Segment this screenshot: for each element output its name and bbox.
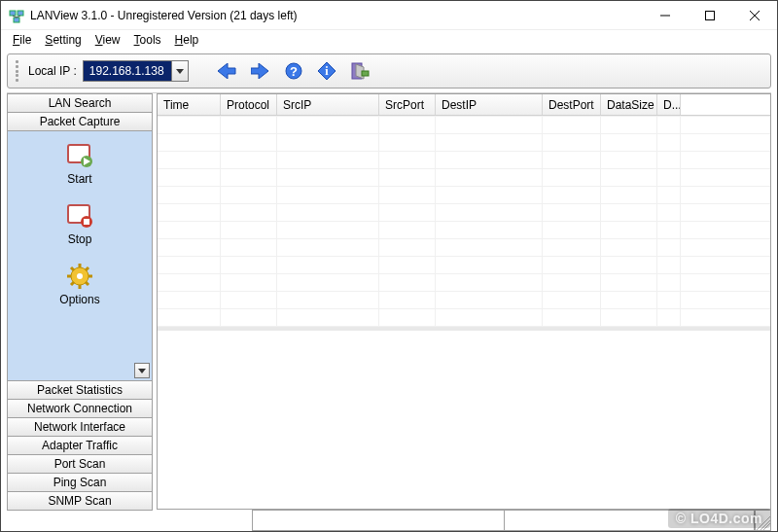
maximize-button[interactable]	[688, 1, 732, 30]
status-cell-2	[252, 510, 505, 531]
column-header[interactable]: D...	[657, 94, 681, 115]
start-button[interactable]: Start	[63, 141, 96, 186]
sidebar-item-lan-search[interactable]: LAN Search	[7, 93, 153, 113]
toolbar-grip[interactable]	[16, 60, 20, 82]
local-ip-label: Local IP :	[28, 64, 77, 78]
svg-line-33	[71, 282, 74, 285]
svg-marker-35	[138, 369, 146, 373]
detail-pane[interactable]	[158, 327, 770, 509]
toolbar: Local IP : 192.168.1.138 ? i	[7, 53, 771, 89]
packet-capture-panel: Start Stop Options	[7, 130, 153, 381]
svg-text:?: ?	[290, 64, 298, 79]
sidebar-item-network-connection[interactable]: Network Connection	[7, 399, 153, 418]
menu-view[interactable]: View	[89, 32, 126, 48]
sidebar: LAN Search Packet Capture Start Stop Opt…	[7, 93, 153, 510]
svg-rect-2	[14, 18, 19, 22]
exit-button[interactable]	[346, 57, 373, 85]
stop-label: Stop	[68, 232, 92, 246]
column-header[interactable]: Time	[158, 94, 221, 115]
panel-dropdown-button[interactable]	[134, 363, 150, 378]
status-cell-1	[7, 510, 253, 531]
help-button[interactable]: ?	[280, 57, 307, 85]
stop-icon	[63, 201, 96, 231]
options-icon	[63, 262, 96, 291]
svg-line-30	[71, 267, 74, 270]
svg-rect-18	[362, 71, 369, 76]
sidebar-item-adapter-traffic[interactable]: Adapter Traffic	[7, 436, 153, 455]
column-header[interactable]: DestIP	[436, 94, 543, 115]
svg-marker-9	[176, 69, 184, 74]
column-header[interactable]: SrcIP	[277, 94, 379, 115]
column-header[interactable]: SrcPort	[379, 94, 436, 115]
svg-rect-0	[10, 11, 16, 16]
local-ip-value: 192.168.1.138	[84, 61, 171, 81]
minimize-button[interactable]	[643, 1, 688, 30]
stop-button[interactable]: Stop	[63, 201, 96, 246]
packet-table[interactable]: TimeProtocolSrcIPSrcPortDestIPDestPortDa…	[158, 94, 770, 327]
table-body	[158, 116, 770, 327]
resize-grip[interactable]	[754, 510, 771, 531]
menubar: File Setting View Tools Help	[1, 30, 777, 50]
table-header: TimeProtocolSrcIPSrcPortDestIPDestPortDa…	[158, 94, 770, 116]
options-label: Options	[59, 293, 99, 306]
svg-marker-10	[218, 63, 235, 79]
menu-help[interactable]: Help	[169, 32, 205, 48]
sidebar-item-packet-capture[interactable]: Packet Capture	[7, 112, 153, 131]
menu-tools[interactable]: Tools	[128, 32, 167, 48]
chevron-down-icon[interactable]	[171, 61, 188, 81]
svg-line-32	[86, 267, 88, 270]
svg-line-31	[86, 282, 88, 285]
app-icon	[9, 8, 24, 23]
statusbar	[7, 510, 771, 531]
column-header[interactable]: Protocol	[221, 94, 277, 115]
sidebar-item-packet-statistics[interactable]: Packet Statistics	[7, 380, 153, 400]
forward-button[interactable]	[247, 57, 274, 85]
menu-setting[interactable]: Setting	[39, 32, 87, 48]
column-header[interactable]: DataSize	[601, 94, 657, 115]
window-title: LANView 3.1.0 - Unregistered Version (21…	[30, 9, 643, 22]
titlebar: LANView 3.1.0 - Unregistered Version (21…	[1, 1, 777, 30]
info-button[interactable]: i	[313, 57, 340, 85]
local-ip-combo[interactable]: 192.168.1.138	[83, 60, 189, 82]
svg-point-34	[77, 273, 83, 279]
main-area: TimeProtocolSrcIPSrcPortDestIPDestPortDa…	[157, 93, 771, 510]
menu-file[interactable]: File	[7, 32, 37, 48]
start-icon	[63, 141, 96, 170]
svg-marker-11	[251, 63, 268, 79]
svg-rect-6	[706, 11, 715, 19]
sidebar-item-network-interface[interactable]: Network Interface	[7, 417, 153, 437]
sidebar-item-port-scan[interactable]: Port Scan	[7, 454, 153, 474]
options-button[interactable]: Options	[59, 262, 99, 306]
svg-rect-1	[18, 11, 23, 16]
close-button[interactable]	[732, 1, 777, 30]
column-header[interactable]: DestPort	[543, 94, 601, 115]
start-label: Start	[67, 172, 91, 186]
sidebar-item-snmp-scan[interactable]: SNMP Scan	[7, 491, 153, 511]
sidebar-item-ping-scan[interactable]: Ping Scan	[7, 473, 153, 492]
svg-rect-24	[84, 219, 89, 225]
back-button[interactable]	[214, 57, 241, 85]
status-cell-3	[504, 510, 757, 531]
